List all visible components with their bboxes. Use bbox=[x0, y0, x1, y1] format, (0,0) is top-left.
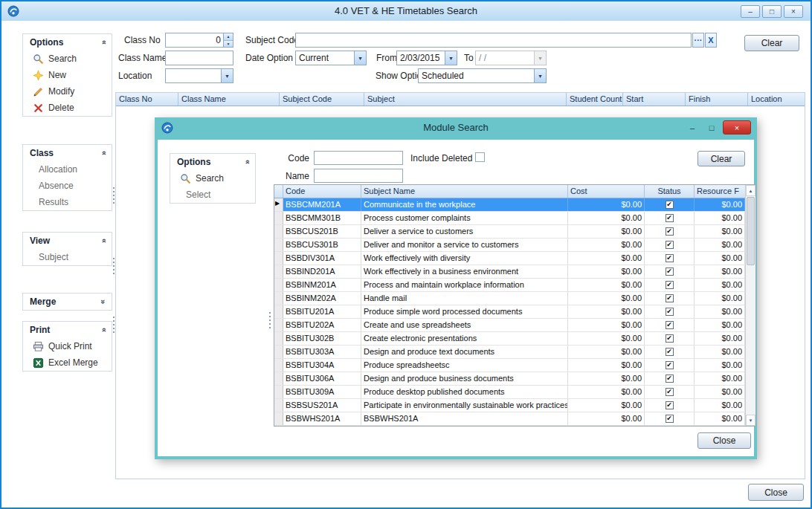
sidebar-item-search[interactable]: Search bbox=[23, 51, 112, 67]
sidebar-item-subject[interactable]: Subject bbox=[23, 249, 112, 265]
table-row[interactable]: BSBIND201AWork effectively in a business… bbox=[274, 265, 745, 279]
status-checkbox[interactable]: ✔ bbox=[666, 375, 674, 383]
status-checkbox[interactable]: ✔ bbox=[666, 401, 674, 409]
include-deleted-checkbox[interactable] bbox=[475, 152, 485, 162]
status-checkbox[interactable]: ✔ bbox=[666, 214, 674, 222]
maximize-button[interactable]: □ bbox=[762, 5, 782, 18]
section-header-view[interactable]: View» bbox=[23, 233, 112, 249]
close-button[interactable]: × bbox=[784, 5, 803, 18]
table-row[interactable]: BSBSUS201AParticipate in environmentally… bbox=[274, 399, 745, 412]
splitter-grip[interactable] bbox=[268, 312, 271, 328]
date-option-select[interactable]: Current ▼ bbox=[295, 51, 367, 65]
table-row[interactable]: BSBDIV301AWork effectively with diversit… bbox=[274, 252, 745, 265]
table-row[interactable]: BSBITU303ADesign and produce text docume… bbox=[274, 346, 745, 359]
class-no-stepper[interactable]: 0 ▲ ▼ bbox=[165, 33, 233, 48]
table-row[interactable]: BSBITU302BCreate electronic presentation… bbox=[274, 332, 745, 346]
results-column-header[interactable]: Start bbox=[623, 93, 686, 106]
status-checkbox[interactable]: ✔ bbox=[666, 334, 674, 343]
results-column-header[interactable]: Location bbox=[748, 93, 805, 106]
results-column-header[interactable]: Finish bbox=[686, 93, 748, 106]
status-checkbox[interactable]: ✔ bbox=[666, 415, 674, 423]
chevron-down-icon[interactable]: ▼ bbox=[221, 69, 233, 82]
modal-minimize-button[interactable]: – bbox=[684, 121, 700, 134]
section-header-options[interactable]: Options» bbox=[170, 154, 255, 170]
results-column-header[interactable]: Subject bbox=[364, 93, 567, 106]
minimize-button[interactable]: – bbox=[741, 5, 760, 18]
table-row[interactable]: ▶BSBCMM201ACommunicate in the workplace$… bbox=[274, 198, 745, 212]
to-date-select[interactable]: / / ▼ bbox=[475, 51, 547, 65]
section-header-class[interactable]: Class» bbox=[23, 145, 112, 161]
table-row[interactable]: BSBCUS301BDeliver and monitor a service … bbox=[274, 239, 745, 252]
modal-titlebar[interactable]: Module Search – □ × bbox=[155, 117, 757, 140]
table-row[interactable]: BSBITU306ADesign and produce business do… bbox=[274, 372, 745, 386]
modal-clear-button[interactable]: Clear bbox=[697, 151, 745, 166]
subject-code-input[interactable] bbox=[295, 33, 692, 48]
table-row[interactable]: BSBITU201AProduce simple word processed … bbox=[274, 305, 745, 319]
section-header-options[interactable]: Options» bbox=[23, 34, 112, 51]
status-checkbox[interactable]: ✔ bbox=[666, 294, 674, 302]
spinner-down-button[interactable]: ▼ bbox=[224, 41, 233, 48]
chevron-down-icon[interactable]: ▼ bbox=[534, 69, 546, 82]
modal-footer-close-button[interactable]: Close bbox=[697, 432, 751, 449]
table-row[interactable]: BSBITU202ACreate and use spreadsheets$0.… bbox=[274, 319, 745, 332]
sidebar-item-new[interactable]: New bbox=[23, 67, 112, 83]
sidebar-item-quick-print[interactable]: Quick Print bbox=[23, 338, 112, 354]
results-column-header[interactable]: Class No bbox=[116, 93, 178, 106]
table-row[interactable]: BSBCMM301BProcess customer complaints$0.… bbox=[274, 212, 745, 225]
section-header-print[interactable]: Print» bbox=[23, 322, 112, 338]
spinner-up-button[interactable]: ▲ bbox=[224, 33, 233, 41]
table-row[interactable]: BSBITU309AProduce desktop published docu… bbox=[274, 386, 745, 399]
name-input[interactable] bbox=[314, 169, 403, 183]
module-column-header[interactable]: Code bbox=[283, 185, 361, 198]
module-column-header[interactable]: Subject Name bbox=[361, 185, 568, 198]
status-checkbox[interactable]: ✔ bbox=[666, 348, 674, 356]
section-header-merge[interactable]: Merge» bbox=[23, 294, 112, 310]
status-checkbox[interactable]: ✔ bbox=[666, 388, 674, 396]
table-row[interactable]: BSBWHS201ABSBWHS201A$0.00✔$0.00 bbox=[274, 412, 745, 426]
vertical-scrollbar[interactable]: ▲ ▼ bbox=[745, 185, 755, 426]
results-column-header[interactable]: Subject Code bbox=[280, 93, 364, 106]
subject-code-clear-button[interactable]: X bbox=[705, 33, 717, 48]
sidebar-item-select[interactable]: Select bbox=[170, 187, 255, 203]
clear-button[interactable]: Clear bbox=[744, 35, 799, 51]
code-input[interactable] bbox=[314, 151, 403, 165]
table-row[interactable]: BSBINM201AProcess and maintain workplace… bbox=[274, 279, 745, 292]
results-column-header[interactable]: Student Count bbox=[567, 93, 623, 106]
sidebar-item-excel-merge[interactable]: Excel Merge bbox=[23, 354, 112, 371]
sidebar-item-absence[interactable]: Absence bbox=[23, 178, 112, 194]
status-checkbox[interactable]: ✔ bbox=[666, 268, 674, 276]
location-select[interactable]: ▼ bbox=[165, 68, 233, 83]
scrollbar-thumb[interactable] bbox=[747, 197, 755, 265]
module-column-header[interactable]: Resource F bbox=[695, 185, 745, 198]
sidebar-item-results[interactable]: Results bbox=[23, 194, 112, 210]
from-date-select[interactable]: 2/03/2015 ▼ bbox=[396, 51, 457, 65]
subject-code-browse-button[interactable]: ··· bbox=[692, 33, 704, 48]
sidebar-item-delete[interactable]: Delete bbox=[23, 100, 112, 116]
show-option-select[interactable]: Scheduled ▼ bbox=[418, 68, 547, 83]
chevron-down-icon[interactable]: ▼ bbox=[354, 51, 366, 65]
chevron-down-icon[interactable]: ▼ bbox=[445, 51, 457, 65]
status-checkbox[interactable]: ✔ bbox=[666, 281, 674, 289]
scroll-down-button[interactable]: ▼ bbox=[746, 415, 755, 426]
main-close-button[interactable]: Close bbox=[748, 484, 804, 501]
status-checkbox[interactable]: ✔ bbox=[666, 321, 674, 329]
sidebar-item-allocation[interactable]: Allocation bbox=[23, 161, 112, 178]
modal-close-button[interactable]: × bbox=[723, 120, 751, 134]
status-checkbox[interactable]: ✔ bbox=[666, 254, 674, 262]
class-name-input[interactable] bbox=[165, 51, 233, 65]
modal-maximize-button[interactable]: □ bbox=[703, 121, 720, 134]
status-checkbox[interactable]: ✔ bbox=[666, 201, 674, 209]
sidebar-item-search[interactable]: Search bbox=[170, 170, 255, 187]
scroll-up-button[interactable]: ▲ bbox=[746, 185, 755, 196]
module-column-header[interactable]: Cost bbox=[568, 185, 645, 198]
results-column-header[interactable]: Class Name bbox=[178, 93, 280, 106]
status-checkbox[interactable]: ✔ bbox=[666, 361, 674, 369]
status-checkbox[interactable]: ✔ bbox=[666, 308, 674, 316]
module-column-header[interactable]: Status bbox=[645, 185, 695, 198]
table-row[interactable]: BSBITU304AProduce spreadsheetsc$0.00✔$0.… bbox=[274, 359, 745, 372]
sidebar-item-modify[interactable]: Modify bbox=[23, 83, 112, 100]
status-checkbox[interactable]: ✔ bbox=[666, 241, 674, 249]
table-row[interactable]: BSBINM202AHandle mail$0.00✔$0.00 bbox=[274, 292, 745, 305]
main-titlebar[interactable]: 4.0 VET & HE Timetables Search – □ × bbox=[1, 1, 811, 21]
status-checkbox[interactable]: ✔ bbox=[666, 227, 674, 236]
